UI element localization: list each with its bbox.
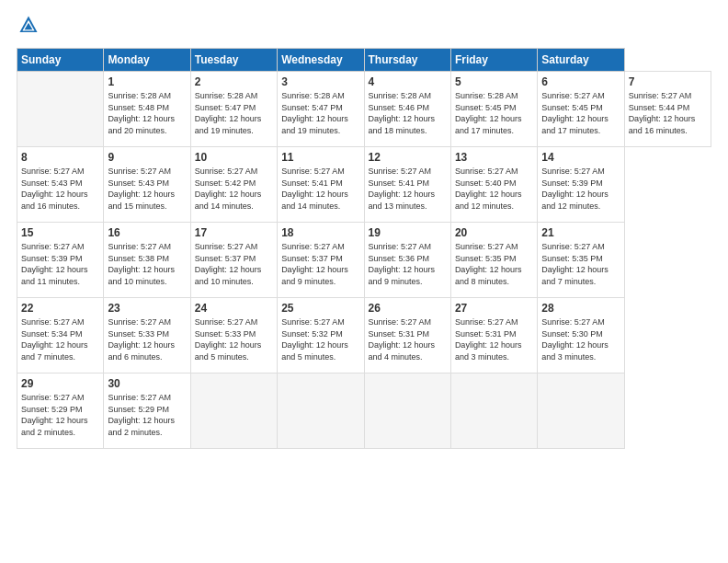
day-info: Sunrise: 5:27 AMSunset: 5:43 PMDaylight:…: [21, 167, 88, 211]
calendar-day-cell: 23 Sunrise: 5:27 AMSunset: 5:33 PMDaylig…: [104, 298, 190, 373]
calendar-day-header: Sunday: [17, 49, 104, 72]
calendar-day-cell: 8 Sunrise: 5:27 AMSunset: 5:43 PMDayligh…: [17, 147, 104, 223]
day-info: Sunrise: 5:27 AMSunset: 5:39 PMDaylight:…: [541, 167, 609, 211]
day-info: Sunrise: 5:27 AMSunset: 5:38 PMDaylight:…: [108, 242, 175, 286]
calendar-day-header: Friday: [450, 49, 537, 72]
calendar-day-cell: 13 Sunrise: 5:27 AMSunset: 5:40 PMDaylig…: [450, 147, 537, 223]
calendar-day-cell: 18 Sunrise: 5:27 AMSunset: 5:37 PMDaylig…: [278, 223, 364, 298]
day-info: Sunrise: 5:27 AMSunset: 5:30 PMDaylight:…: [541, 317, 609, 362]
day-info: Sunrise: 5:28 AMSunset: 5:46 PMDaylight:…: [369, 91, 436, 135]
calendar-day-cell: [538, 373, 624, 449]
calendar-day-header: Tuesday: [190, 49, 277, 72]
calendar-day-header: Wednesday: [278, 49, 364, 72]
calendar-header-row: SundayMondayTuesdayWednesdayThursdayFrid…: [17, 49, 711, 72]
day-number: 2: [195, 75, 273, 88]
calendar-week-row: 22 Sunrise: 5:27 AMSunset: 5:34 PMDaylig…: [17, 298, 711, 373]
day-number: 26: [369, 302, 447, 315]
day-info: Sunrise: 5:27 AMSunset: 5:42 PMDaylight:…: [195, 167, 262, 211]
day-number: 12: [369, 151, 447, 164]
day-number: 3: [281, 75, 359, 88]
calendar-day-cell: 17 Sunrise: 5:27 AMSunset: 5:37 PMDaylig…: [190, 223, 277, 298]
calendar-day-cell: [450, 373, 537, 449]
calendar-day-cell: 9 Sunrise: 5:27 AMSunset: 5:43 PMDayligh…: [104, 147, 190, 223]
header: [17, 15, 711, 39]
day-number: 30: [108, 377, 186, 390]
calendar-day-cell: 12 Sunrise: 5:27 AMSunset: 5:41 PMDaylig…: [364, 147, 450, 223]
day-info: Sunrise: 5:27 AMSunset: 5:45 PMDaylight:…: [541, 91, 609, 135]
calendar-day-header: Monday: [104, 49, 190, 72]
day-number: 28: [541, 302, 620, 315]
day-number: 14: [541, 151, 620, 164]
day-info: Sunrise: 5:28 AMSunset: 5:47 PMDaylight:…: [195, 91, 262, 135]
calendar-day-cell: 29 Sunrise: 5:27 AMSunset: 5:29 PMDaylig…: [17, 373, 104, 449]
day-info: Sunrise: 5:27 AMSunset: 5:33 PMDaylight:…: [108, 317, 175, 362]
day-number: 6: [541, 75, 620, 88]
calendar-day-cell: 30 Sunrise: 5:27 AMSunset: 5:29 PMDaylig…: [104, 373, 190, 449]
day-number: 1: [108, 75, 186, 88]
calendar-day-cell: 20 Sunrise: 5:27 AMSunset: 5:35 PMDaylig…: [450, 223, 537, 298]
day-info: Sunrise: 5:27 AMSunset: 5:29 PMDaylight:…: [21, 393, 88, 437]
day-number: 10: [195, 151, 273, 164]
day-number: 18: [281, 226, 359, 239]
day-number: 17: [195, 226, 273, 239]
day-number: 22: [21, 302, 99, 315]
day-number: 15: [21, 226, 99, 239]
calendar-day-cell: 22 Sunrise: 5:27 AMSunset: 5:34 PMDaylig…: [17, 298, 104, 373]
day-number: 27: [455, 302, 533, 315]
day-number: 8: [21, 151, 99, 164]
calendar-week-row: 29 Sunrise: 5:27 AMSunset: 5:29 PMDaylig…: [17, 373, 711, 449]
day-number: 29: [21, 377, 99, 390]
day-info: Sunrise: 5:27 AMSunset: 5:39 PMDaylight:…: [21, 242, 88, 286]
day-number: 19: [369, 226, 447, 239]
logo: [17, 15, 39, 39]
calendar-week-row: 1 Sunrise: 5:28 AMSunset: 5:48 PMDayligh…: [17, 72, 711, 147]
calendar-week-row: 8 Sunrise: 5:27 AMSunset: 5:43 PMDayligh…: [17, 147, 711, 223]
calendar-day-cell: 19 Sunrise: 5:27 AMSunset: 5:36 PMDaylig…: [364, 223, 450, 298]
day-info: Sunrise: 5:28 AMSunset: 5:47 PMDaylight:…: [281, 91, 348, 135]
day-info: Sunrise: 5:28 AMSunset: 5:48 PMDaylight:…: [108, 91, 175, 135]
calendar-day-cell: 6 Sunrise: 5:27 AMSunset: 5:45 PMDayligh…: [538, 72, 624, 147]
calendar-day-cell: 14 Sunrise: 5:27 AMSunset: 5:39 PMDaylig…: [538, 147, 624, 223]
day-info: Sunrise: 5:27 AMSunset: 5:29 PMDaylight:…: [108, 393, 175, 437]
day-number: 24: [195, 302, 273, 315]
day-number: 23: [108, 302, 186, 315]
calendar-day-cell: 1 Sunrise: 5:28 AMSunset: 5:48 PMDayligh…: [104, 72, 190, 147]
calendar-day-cell: 24 Sunrise: 5:27 AMSunset: 5:33 PMDaylig…: [190, 298, 277, 373]
day-number: 16: [108, 226, 186, 239]
calendar-day-cell: [278, 373, 364, 449]
day-info: Sunrise: 5:27 AMSunset: 5:31 PMDaylight:…: [455, 317, 522, 362]
day-number: 4: [369, 75, 447, 88]
day-info: Sunrise: 5:27 AMSunset: 5:37 PMDaylight:…: [281, 242, 348, 286]
calendar-day-cell: 25 Sunrise: 5:27 AMSunset: 5:32 PMDaylig…: [278, 298, 364, 373]
day-info: Sunrise: 5:27 AMSunset: 5:32 PMDaylight:…: [281, 317, 348, 362]
day-number: 9: [108, 151, 186, 164]
day-info: Sunrise: 5:27 AMSunset: 5:37 PMDaylight:…: [195, 242, 262, 286]
day-info: Sunrise: 5:27 AMSunset: 5:41 PMDaylight:…: [369, 167, 436, 211]
calendar-day-cell: 5 Sunrise: 5:28 AMSunset: 5:45 PMDayligh…: [450, 72, 537, 147]
calendar-day-cell: 11 Sunrise: 5:27 AMSunset: 5:41 PMDaylig…: [278, 147, 364, 223]
day-number: 25: [281, 302, 359, 315]
day-info: Sunrise: 5:27 AMSunset: 5:40 PMDaylight:…: [455, 167, 522, 211]
day-number: 11: [281, 151, 359, 164]
calendar-day-cell: [364, 373, 450, 449]
day-number: 20: [455, 226, 533, 239]
calendar-day-cell: 10 Sunrise: 5:27 AMSunset: 5:42 PMDaylig…: [190, 147, 277, 223]
day-info: Sunrise: 5:27 AMSunset: 5:35 PMDaylight:…: [455, 242, 522, 286]
day-info: Sunrise: 5:27 AMSunset: 5:34 PMDaylight:…: [21, 317, 88, 362]
calendar-day-cell: 7 Sunrise: 5:27 AMSunset: 5:44 PMDayligh…: [624, 72, 711, 147]
calendar-day-cell: [17, 72, 104, 147]
calendar-day-cell: 27 Sunrise: 5:27 AMSunset: 5:31 PMDaylig…: [450, 298, 537, 373]
day-info: Sunrise: 5:28 AMSunset: 5:45 PMDaylight:…: [455, 91, 522, 135]
day-number: 7: [629, 75, 707, 88]
day-info: Sunrise: 5:27 AMSunset: 5:44 PMDaylight:…: [629, 91, 696, 135]
calendar-table: SundayMondayTuesdayWednesdayThursdayFrid…: [17, 48, 711, 449]
day-info: Sunrise: 5:27 AMSunset: 5:41 PMDaylight:…: [281, 167, 348, 211]
calendar-day-cell: 2 Sunrise: 5:28 AMSunset: 5:47 PMDayligh…: [190, 72, 277, 147]
calendar-day-cell: 16 Sunrise: 5:27 AMSunset: 5:38 PMDaylig…: [104, 223, 190, 298]
day-info: Sunrise: 5:27 AMSunset: 5:36 PMDaylight:…: [369, 242, 436, 286]
day-number: 13: [455, 151, 533, 164]
calendar-day-header: Saturday: [538, 49, 624, 72]
calendar-day-cell: 26 Sunrise: 5:27 AMSunset: 5:31 PMDaylig…: [364, 298, 450, 373]
day-info: Sunrise: 5:27 AMSunset: 5:33 PMDaylight:…: [195, 317, 262, 362]
calendar-day-cell: 15 Sunrise: 5:27 AMSunset: 5:39 PMDaylig…: [17, 223, 104, 298]
